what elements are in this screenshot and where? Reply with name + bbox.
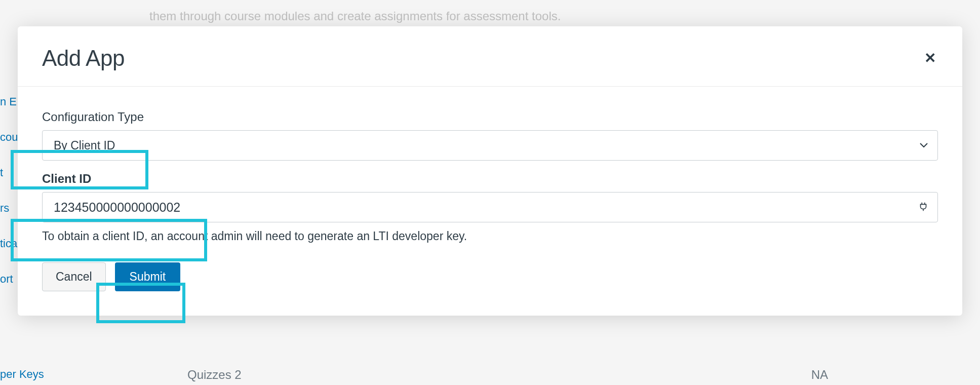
config-type-label: Configuration Type: [42, 110, 938, 124]
cancel-button[interactable]: Cancel: [42, 262, 106, 291]
client-id-label: Client ID: [42, 172, 938, 186]
config-type-select-wrapper: By Client ID: [42, 130, 938, 161]
bg-quizzes-text: Quizzes 2: [187, 368, 242, 382]
client-id-input-wrapper: [42, 192, 938, 222]
background-sidebar: n E cou t rs tica ort: [0, 91, 18, 304]
add-app-modal: Add App ✕ Configuration Type By Client I…: [18, 26, 962, 316]
button-row: Cancel Submit: [42, 262, 938, 291]
bg-sidebar-item: t: [0, 162, 18, 183]
modal-header: Add App ✕: [18, 26, 962, 87]
bg-sidebar-item: ort: [0, 268, 18, 290]
modal-body: Configuration Type By Client ID Client I…: [18, 87, 962, 316]
client-id-input[interactable]: [42, 192, 938, 222]
close-icon[interactable]: ✕: [922, 49, 938, 67]
client-id-group: Client ID To obtain a client ID, an acco…: [42, 172, 938, 243]
bg-sidebar-item: rs: [0, 198, 18, 219]
client-id-help-text: To obtain a client ID, an account admin …: [42, 229, 938, 243]
bg-bottom-link: per Keys: [0, 368, 44, 381]
bg-sidebar-item: cou: [0, 127, 18, 148]
bg-sidebar-item: n E: [0, 91, 18, 112]
bg-sidebar-item: tica: [0, 233, 18, 254]
background-description-text: them through course modules and create a…: [149, 9, 561, 23]
config-type-group: Configuration Type By Client ID: [42, 110, 938, 161]
bg-na-text: NA: [811, 368, 828, 382]
config-type-select[interactable]: By Client ID: [42, 130, 938, 161]
modal-title: Add App: [42, 46, 125, 71]
submit-button[interactable]: Submit: [115, 262, 181, 291]
